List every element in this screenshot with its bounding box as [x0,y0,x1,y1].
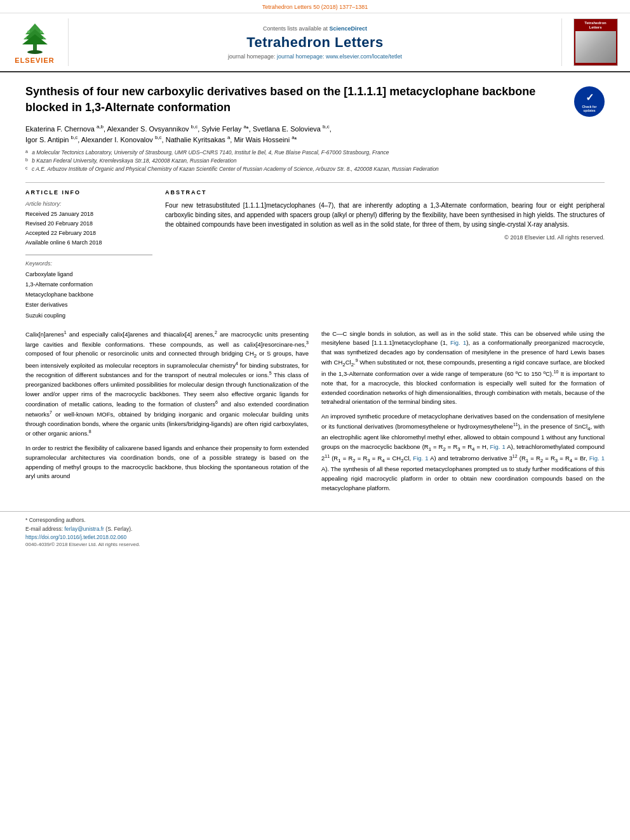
svg-point-6 [40,30,43,33]
svg-point-5 [27,30,30,33]
received-date: Received 25 January 2018 [25,210,152,219]
check-updates-text: Check forupdates [582,105,596,112]
fig1a2-link[interactable]: Fig. 1 [413,455,428,462]
body-paragraph-1: Calix[n]arenes1 and especially calix[4]a… [25,330,309,439]
keyword-3: Metacyclophane backbone [25,290,152,300]
elsevier-logo-section: ELSEVIER [8,18,62,66]
info-divider [25,255,152,255]
journal-homepage: journal homepage: journal homepage: www.… [228,53,402,60]
keyword-5: Suzuki coupling [25,310,152,321]
affiliation-a: a a Molecular Tectonics Laboratory, Univ… [25,149,605,157]
homepage-link[interactable]: journal homepage: www.elsevier.com/locat… [277,53,402,60]
info-abstract-section: ARTICLE INFO Article history: Received 2… [25,182,605,321]
email-line: E-mail address: ferlay@unistra.fr (S. Fe… [25,526,605,532]
body-paragraph-4: An improved synthetic procedure of metac… [321,412,605,493]
body-paragraph-3: the C—C single bonds in solution, as wel… [321,330,605,408]
article-title-text: Synthesis of four new carboxylic derivat… [25,84,568,116]
history-label: Article history: [25,201,152,207]
article-content: Synthesis of four new carboxylic derivat… [0,72,630,511]
journal-header-center: Contents lists available at ScienceDirec… [68,18,562,66]
journal-citation: Tetrahedron Letters 50 (2018) 1377–1381 [262,4,368,10]
authors-line: Ekaterina F. Chernova a,b, Alexander S. … [25,123,605,145]
online-date: Available online 6 March 2018 [25,238,152,248]
keywords-label: Keywords: [25,260,152,267]
journal-header: ELSEVIER Contents lists available at Sci… [0,13,630,72]
journal-title: Tetrahedron Letters [246,34,384,51]
journal-cover-image: TetrahedronLetters [573,18,618,66]
keywords-list: Carboxylate ligand 1,3-Alternate conform… [25,269,152,321]
elsevier-logo: ELSEVIER [15,20,54,64]
abstract-section: ABSTRACT Four new tetrasubstituted [1.1.… [165,189,605,321]
email-address[interactable]: ferlay@unistra.fr [64,526,104,532]
journal-citation-bar: Tetrahedron Letters 50 (2018) 1377–1381 [0,0,630,13]
keyword-4: Ester derivatives [25,300,152,310]
abstract-title: ABSTRACT [165,189,605,196]
asterisk-note-text: * Corresponding authors. [25,517,86,523]
elsevier-tree-icon [16,20,54,55]
body-text-section: Calix[n]arenes1 and especially calix[4]a… [25,330,605,498]
body-left-column: Calix[n]arenes1 and especially calix[4]a… [25,330,309,498]
affiliations: a a Molecular Tectonics Laboratory, Univ… [25,149,605,173]
abstract-text: Four new tetrasubstituted [1.1.1.1]metac… [165,201,605,229]
contents-label: Contents lists available at [263,25,328,32]
fig1a3-link[interactable]: Fig. 1 [589,455,605,462]
article-dates: Received 25 January 2018 Revised 20 Febr… [25,210,152,248]
journal-cover-section: TetrahedronLetters [568,18,622,66]
journal-cover-title: TetrahedronLetters [584,21,607,30]
fig1-link[interactable]: Fig. 1 [450,339,466,346]
homepage-label: journal homepage: [228,53,277,60]
svg-point-7 [25,37,27,39]
sciencedirect-line: Contents lists available at ScienceDirec… [263,25,367,32]
affiliation-c: c c A.E. Arbuzov Institute of Organic an… [25,165,605,173]
revised-date: Revised 20 February 2018 [25,219,152,229]
elsevier-label: ELSEVIER [15,57,54,64]
svg-point-8 [43,37,44,39]
email-suffix: (S. Ferlay). [105,526,132,532]
corresponding-authors-note: * Corresponding authors. [25,517,605,523]
copyright-line: © 2018 Elsevier Ltd. All rights reserved… [165,234,605,241]
article-title-section: Synthesis of four new carboxylic derivat… [25,84,605,117]
sciencedirect-link[interactable]: ScienceDirect [330,25,368,32]
check-updates-icon: ✓ [586,91,594,105]
issn-line: 0040-4039/© 2018 Elsevier Ltd. All right… [25,542,605,547]
keyword-2: 1,3-Alternate conformation [25,279,152,290]
article-info-title: ARTICLE INFO [25,189,152,196]
fig1a-link[interactable]: Fig. 1 [490,443,506,450]
article-info: ARTICLE INFO Article history: Received 2… [25,189,152,321]
page-footer: * Corresponding authors. E-mail address:… [0,511,630,551]
page: Tetrahedron Letters 50 (2018) 1377–1381 [0,0,630,840]
check-updates-badge[interactable]: ✓ Check forupdates [574,86,605,117]
email-label: E-mail address: [25,526,63,532]
affiliation-b: b b Kazan Federal University, Kremlevska… [25,157,605,165]
journal-cover-graphic [575,31,616,63]
body-right-column: the C—C single bonds in solution, as wel… [321,330,605,498]
keyword-1: Carboxylate ligand [25,269,152,279]
svg-point-1 [27,50,43,54]
body-paragraph-2: In order to restrict the flexibility of … [25,444,309,481]
accepted-date: Accepted 22 February 2018 [25,229,152,238]
doi-link[interactable]: https://doi.org/10.1016/j.tetlet.2018.02… [25,534,605,540]
